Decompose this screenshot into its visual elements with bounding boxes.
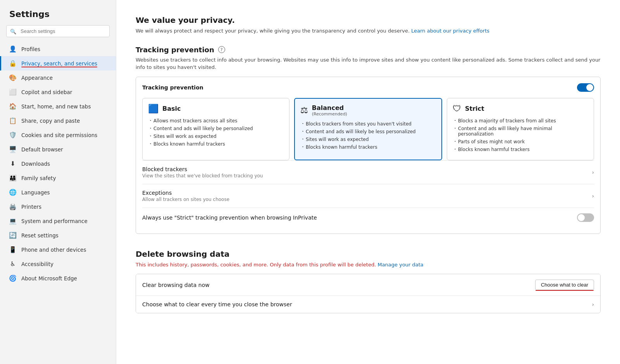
card-bullet: Parts of sites might not work (453, 139, 588, 144)
sidebar-item-appearance[interactable]: 🎨Appearance (0, 70, 116, 85)
sidebar-item-start[interactable]: 🏠Start, home, and new tabs (0, 99, 116, 113)
sidebar-item-printers[interactable]: 🖨️Printers (0, 199, 116, 214)
sidebar-item-phone[interactable]: 📱Phone and other devices (0, 242, 116, 257)
sidebar-label-family: Family safety (21, 175, 56, 181)
sidebar-icon-downloads: ⬇️ (9, 160, 17, 167)
card-bullet: Content and ads will likely be personali… (148, 126, 284, 131)
card-bullet: Content and ads will likely have minimal… (453, 126, 588, 137)
sidebar-icon-reset: 🔄 (9, 232, 17, 239)
card-subtitle-balanced: (Recommended) (312, 112, 347, 117)
sidebar-label-reset: Reset settings (21, 232, 59, 239)
sidebar-icon-share: 📋 (9, 117, 17, 124)
sidebar: Settings 🔍 👤Profiles🔒Privacy, search, an… (0, 0, 116, 364)
search-input[interactable] (6, 25, 110, 37)
inprivate-toggle-knob (578, 214, 585, 221)
sidebar-icon-appearance: 🎨 (9, 74, 17, 81)
exceptions-row[interactable]: Exceptions Allow all trackers on sites y… (142, 184, 594, 208)
sidebar-item-accessibility[interactable]: ♿Accessibility (0, 257, 116, 271)
blocked-trackers-chevron: › (592, 169, 594, 175)
sidebar-icon-phone: 📱 (9, 246, 17, 253)
card-icon-basic: 🟦 (148, 104, 158, 113)
sidebar-title: Settings (0, 0, 116, 25)
sidebar-label-about: About Microsoft Edge (21, 275, 77, 282)
sidebar-icon-cookies: 🛡️ (9, 131, 17, 139)
sidebar-item-downloads[interactable]: ⬇️Downloads (0, 156, 116, 171)
card-bullet: Blocks known harmful trackers (453, 147, 588, 152)
clear-now-item[interactable]: Clear browsing data now Choose what to c… (136, 274, 600, 295)
sidebar-label-downloads: Downloads (21, 161, 50, 167)
card-bullet: Blocks a majority of trackers from all s… (453, 118, 588, 124)
privacy-header: We value your privacy. We will always pr… (136, 15, 601, 35)
card-bullet: Allows most trackers across all sites (148, 118, 284, 124)
sidebar-label-languages: Languages (21, 189, 50, 196)
tracking-section-title: Tracking prevention (136, 46, 214, 54)
exceptions-chevron: › (592, 193, 594, 199)
sidebar-item-default[interactable]: 🖥️Default browser (0, 142, 116, 156)
sidebar-label-privacy: Privacy, search, and services (21, 60, 97, 67)
exceptions-sub: Allow all trackers on sites you choose (142, 197, 229, 202)
tracking-box-label: Tracking prevention (142, 84, 203, 91)
sidebar-label-phone: Phone and other devices (21, 247, 86, 253)
sidebar-label-start: Start, home, and new tabs (21, 103, 91, 110)
sidebar-item-privacy[interactable]: 🔒Privacy, search, and services (0, 56, 116, 70)
sidebar-item-languages[interactable]: 🌐Languages (0, 185, 116, 199)
choose-what-to-clear-button[interactable]: Choose what to clear (535, 280, 594, 290)
inprivate-toggle[interactable] (577, 213, 594, 222)
card-icon-balanced: ⚖️ (300, 105, 308, 115)
main-content: We value your privacy. We will always pr… (116, 0, 620, 364)
sidebar-icon-profiles: 👤 (9, 45, 17, 53)
tracking-box: Tracking prevention 🟦BasicAllows most tr… (136, 77, 601, 234)
sidebar-icon-privacy: 🔒 (9, 60, 17, 67)
sidebar-icon-copilot: ⬜ (9, 88, 17, 96)
exceptions-title: Exceptions (142, 190, 229, 196)
sidebar-icon-family: 👨‍👩‍👧 (9, 174, 17, 182)
sidebar-label-default: Default browser (21, 146, 63, 153)
sidebar-item-profiles[interactable]: 👤Profiles (0, 42, 116, 56)
inprivate-label: Always use "Strict" tracking prevention … (142, 215, 317, 221)
sidebar-item-family[interactable]: 👨‍👩‍👧Family safety (0, 171, 116, 185)
tracking-card-strict[interactable]: 🛡StrictBlocks a majority of trackers fro… (447, 98, 594, 160)
inprivate-row: Always use "Strict" tracking prevention … (142, 208, 594, 227)
manage-data-link[interactable]: Manage your data (377, 262, 423, 268)
blocked-trackers-title: Blocked trackers (142, 166, 263, 172)
search-box: 🔍 (6, 25, 110, 37)
clear-on-close-chevron: › (592, 301, 594, 307)
sidebar-label-system: System and performance (21, 218, 88, 224)
tracking-header-row: Tracking prevention ? (136, 46, 601, 54)
card-bullet: Blocks trackers from sites you haven't v… (300, 121, 436, 127)
sidebar-item-share[interactable]: 📋Share, copy and paste (0, 113, 116, 128)
tracking-help-icon[interactable]: ? (218, 46, 225, 53)
sidebar-item-copilot[interactable]: ⬜Copilot and sidebar (0, 85, 116, 99)
tracking-card-basic[interactable]: 🟦BasicAllows most trackers across all si… (142, 98, 289, 160)
nav-list: 👤Profiles🔒Privacy, search, and services🎨… (0, 42, 116, 285)
tracking-card-balanced[interactable]: ⚖️Balanced(Recommended)Blocks trackers f… (294, 98, 442, 160)
clear-row: Clear browsing data now Choose what to c… (136, 274, 601, 313)
tracking-box-header: Tracking prevention (142, 83, 594, 92)
clear-on-close-item[interactable]: Choose what to clear every time you clos… (136, 295, 600, 313)
delete-section: Delete browsing data This includes histo… (136, 249, 601, 314)
card-bullet: Sites will work as expected (300, 137, 436, 142)
tracking-section: Tracking prevention ? Websites use track… (136, 46, 601, 234)
card-icon-strict: 🛡 (453, 104, 461, 113)
tracking-toggle-knob (586, 84, 593, 91)
tracking-toggle[interactable] (577, 83, 594, 92)
search-icon: 🔍 (10, 28, 16, 34)
card-bullet: Blocks known harmful trackers (148, 141, 284, 147)
sidebar-label-accessibility: Accessibility (21, 261, 53, 267)
sidebar-label-share: Share, copy and paste (21, 118, 80, 124)
card-bullet: Sites will work as expected (148, 134, 284, 139)
sidebar-icon-accessibility: ♿ (9, 260, 17, 268)
sidebar-label-profiles: Profiles (21, 46, 40, 52)
blocked-trackers-row[interactable]: Blocked trackers View the sites that we'… (142, 160, 594, 184)
sidebar-icon-system: 💻 (9, 217, 17, 225)
sidebar-item-system[interactable]: 💻System and performance (0, 214, 116, 228)
sidebar-label-cookies: Cookies and site permissions (21, 132, 97, 138)
clear-now-label: Clear browsing data now (142, 282, 210, 288)
sidebar-item-cookies[interactable]: 🛡️Cookies and site permissions (0, 128, 116, 142)
sidebar-icon-default: 🖥️ (9, 146, 17, 153)
clear-on-close-label: Choose what to clear every time you clos… (142, 301, 292, 307)
sidebar-item-about[interactable]: 🌀About Microsoft Edge (0, 271, 116, 285)
sidebar-icon-printers: 🖨️ (9, 203, 17, 210)
sidebar-item-reset[interactable]: 🔄Reset settings (0, 228, 116, 242)
privacy-learn-link[interactable]: Learn about our privacy efforts (411, 28, 489, 34)
